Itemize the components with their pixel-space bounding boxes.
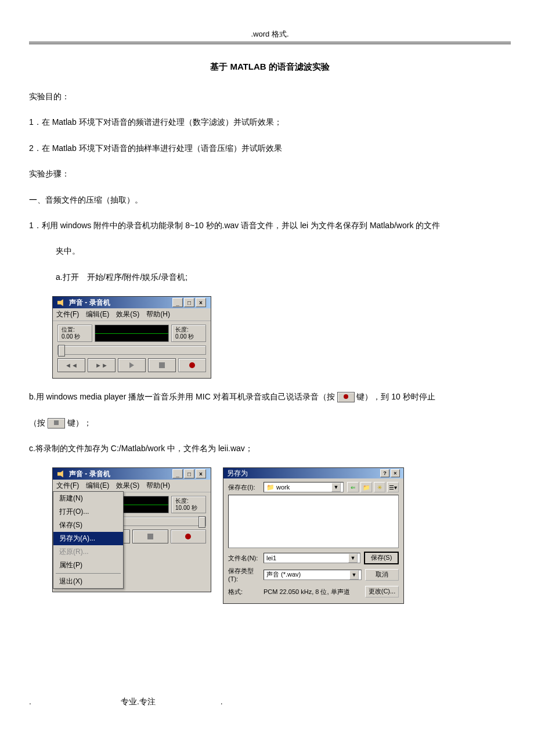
waveform-display bbox=[95, 325, 169, 342]
help-button[interactable]: ? bbox=[380, 469, 389, 477]
length-value: 0.00 秒 bbox=[175, 333, 202, 340]
format-value: PCM 22.050 kHz, 8 位, 单声道 bbox=[264, 588, 362, 596]
maximize-button[interactable]: □ bbox=[184, 298, 194, 307]
up-folder-icon[interactable]: 📁 bbox=[360, 482, 372, 492]
stop-icon bbox=[147, 534, 153, 539]
chevron-down-icon[interactable]: ▼ bbox=[331, 483, 341, 492]
menu-edit[interactable]: 编辑(E) bbox=[86, 481, 109, 491]
save-button[interactable]: 保存(S) bbox=[364, 552, 399, 564]
savein-dropdown[interactable]: 📁 work ▼ bbox=[264, 482, 344, 492]
saveas-titlebar: 另存为 ? × bbox=[223, 468, 403, 478]
sound-recorder-window-2: 声音 - 录音机 _ □ × 文件(F) 编辑(E) 效果(S) 帮助(H) 新… bbox=[52, 467, 211, 592]
change-button[interactable]: 更改(C)... bbox=[365, 586, 399, 597]
menu-open[interactable]: 打开(O)... bbox=[53, 505, 123, 519]
play-button[interactable] bbox=[118, 358, 146, 372]
header-rule bbox=[29, 42, 511, 44]
chevron-down-icon[interactable]: ▼ bbox=[349, 570, 359, 579]
steps-heading: 实验步骤： bbox=[29, 167, 511, 180]
filename-field[interactable]: lei1 ▼ bbox=[264, 553, 360, 563]
window-title: 声音 - 录音机 bbox=[69, 469, 110, 479]
position-label: 位置: bbox=[62, 326, 88, 333]
position-slider[interactable] bbox=[57, 345, 206, 355]
new-folder-icon[interactable]: ✳ bbox=[374, 482, 385, 492]
menu-new[interactable]: 新建(N) bbox=[53, 492, 123, 505]
waveform-line bbox=[95, 333, 168, 334]
cancel-button[interactable]: 取消 bbox=[365, 569, 399, 581]
slider-thumb[interactable] bbox=[199, 516, 205, 528]
doc-title: 基于 MATLAB 的语音滤波实验 bbox=[29, 62, 511, 73]
filetype-value: 声音 (*.wav) bbox=[266, 570, 301, 579]
play-icon bbox=[129, 362, 134, 368]
file-list-area[interactable] bbox=[228, 495, 399, 548]
window-titlebar: 声音 - 录音机 _ □ × bbox=[53, 468, 211, 480]
stop-button[interactable] bbox=[148, 358, 176, 372]
menu-help[interactable]: 帮助(H) bbox=[146, 481, 170, 491]
close-button[interactable]: × bbox=[391, 469, 400, 477]
objective-heading: 实验目的： bbox=[29, 90, 511, 103]
menu-separator bbox=[56, 573, 121, 574]
filename-label: 文件名(N): bbox=[228, 554, 260, 563]
menu-help[interactable]: 帮助(H) bbox=[146, 309, 170, 319]
inline-record-button bbox=[337, 392, 355, 402]
length-box: 长度: 10.00 秒 bbox=[171, 496, 206, 513]
length-box: 长度: 0.00 秒 bbox=[171, 325, 206, 342]
section-1: 一、音频文件的压缩（抽取）。 bbox=[29, 193, 511, 206]
back-icon[interactable]: ⇐ bbox=[347, 482, 359, 492]
format-label: 格式: bbox=[228, 588, 260, 596]
filetype-dropdown[interactable]: 声音 (*.wav) ▼ bbox=[264, 570, 362, 580]
saveas-title: 另存为 bbox=[227, 469, 248, 478]
menu-file[interactable]: 文件(F) bbox=[56, 481, 79, 491]
step-1b: b.用 windows media player 播放一首音乐并用 MIC 对着… bbox=[29, 390, 511, 403]
minimize-button[interactable]: _ bbox=[172, 469, 183, 478]
objective-1: 1．在 Matlab 环境下对语音的频谱进行处理（数字滤波）并试听效果； bbox=[29, 116, 511, 128]
length-label: 长度: bbox=[175, 326, 202, 333]
window-titlebar: 声音 - 录音机 _ □ × bbox=[53, 297, 211, 308]
position-value: 0.00 秒 bbox=[62, 333, 88, 340]
menu-file[interactable]: 文件(F) bbox=[56, 309, 79, 319]
header-text: .word 格式. bbox=[29, 29, 511, 39]
maximize-button[interactable]: □ bbox=[184, 469, 194, 478]
savein-value: work bbox=[276, 484, 290, 491]
view-icon[interactable]: ☰▾ bbox=[387, 482, 399, 492]
file-dropdown-menu: 新建(N) 打开(O)... 保存(S) 另存为(A)... 还原(R)... … bbox=[53, 491, 124, 589]
record-icon bbox=[189, 362, 195, 368]
minimize-button[interactable]: _ bbox=[172, 298, 183, 307]
menu-effects[interactable]: 效果(S) bbox=[116, 481, 139, 491]
menu-save[interactable]: 保存(S) bbox=[53, 519, 123, 532]
step-1b-cont: （按 键）； bbox=[29, 416, 511, 429]
stop-button[interactable] bbox=[132, 530, 168, 543]
close-button[interactable]: × bbox=[196, 469, 206, 478]
inline-stop-button bbox=[48, 418, 65, 429]
menu-exit[interactable]: 退出(X) bbox=[53, 575, 123, 588]
stop-icon bbox=[54, 420, 59, 425]
saveas-dialog: 另存为 ? × 保存在(I): 📁 work ▼ bbox=[223, 467, 404, 604]
seek-start-button[interactable]: ◄◄ bbox=[57, 358, 85, 372]
chevron-down-icon[interactable]: ▼ bbox=[348, 553, 358, 563]
window-title: 声音 - 录音机 bbox=[69, 298, 110, 308]
menubar: 文件(F) 编辑(E) 效果(S) 帮助(H) bbox=[53, 308, 211, 321]
step-1-line1: 1．利用 windows 附件中的录音机功能录制 8~10 秒的.wav 语音文… bbox=[29, 219, 511, 232]
step-1a: a.打开 开始/程序/附件/娱乐/录音机; bbox=[29, 271, 511, 283]
slider-thumb[interactable] bbox=[58, 345, 65, 357]
menu-effects[interactable]: 效果(S) bbox=[116, 309, 139, 319]
stop-icon bbox=[159, 362, 165, 368]
objective-2: 2．在 Matlab 环境下对语音的抽样率进行处理（语音压缩）并试听效果 bbox=[29, 142, 511, 154]
savein-label: 保存在(I): bbox=[228, 483, 260, 492]
folder-icon: 📁 bbox=[266, 484, 275, 491]
record-icon bbox=[185, 534, 191, 539]
filetype-label: 保存类型(T): bbox=[228, 567, 260, 582]
footer-text: . 专业.专注 . bbox=[29, 697, 511, 707]
menu-edit[interactable]: 编辑(E) bbox=[86, 309, 109, 319]
seek-end-button[interactable]: ►► bbox=[88, 358, 116, 372]
record-icon bbox=[344, 394, 348, 399]
length-label: 长度: bbox=[175, 498, 202, 505]
menubar: 文件(F) 编辑(E) 效果(S) 帮助(H) 新建(N) 打开(O)... 保… bbox=[53, 480, 211, 492]
menu-props[interactable]: 属性(P) bbox=[53, 559, 123, 572]
menu-saveas[interactable]: 另存为(A)... bbox=[53, 532, 123, 545]
length-value: 10.00 秒 bbox=[175, 505, 202, 512]
sound-recorder-window: 声音 - 录音机 _ □ × 文件(F) 编辑(E) 效果(S) 帮助(H) 位… bbox=[52, 296, 211, 379]
record-button[interactable] bbox=[171, 530, 207, 543]
close-button[interactable]: × bbox=[196, 298, 206, 307]
filename-value: lei1 bbox=[266, 555, 276, 561]
record-button[interactable] bbox=[178, 358, 206, 372]
